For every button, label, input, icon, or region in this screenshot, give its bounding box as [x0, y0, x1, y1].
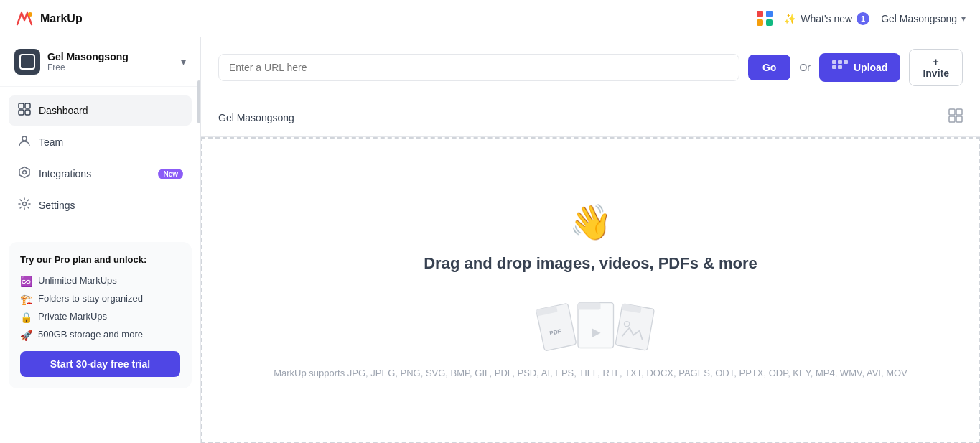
svg-rect-2 [19, 103, 24, 108]
dashboard-label: Dashboard [39, 105, 183, 116]
sidebar-item-settings[interactable]: Settings [9, 190, 192, 220]
folders-icon: 🏗️ [20, 294, 32, 305]
new-badge: New [158, 169, 183, 179]
settings-icon [17, 197, 32, 213]
drop-zone-user: Gel Masongsong [218, 112, 294, 123]
pro-feature-storage: 🚀 500GB storage and more [20, 329, 180, 341]
top-navigation: MarkUp ✨ What's new 1 Gel Masongsong ▾ [0, 0, 980, 37]
svg-rect-12 [832, 65, 836, 69]
workspace-info: Gel Masongsong Free [14, 49, 129, 75]
pro-feature-folders-text: Folders to stay organized [38, 293, 143, 304]
avatar-inner [19, 54, 35, 70]
svg-rect-15 [956, 109, 962, 115]
team-icon [17, 134, 32, 150]
upload-label: Upload [854, 62, 887, 73]
sidebar: Gel Masongsong Free ▾ [0, 37, 201, 443]
svg-point-1 [28, 12, 32, 17]
svg-point-7 [23, 171, 27, 174]
nav-menu: Dashboard Team [0, 87, 200, 230]
url-input[interactable] [218, 54, 739, 81]
view-grid-icon[interactable] [948, 108, 963, 126]
sidebar-scrollbar-thumb [197, 80, 200, 123]
or-divider: Or [799, 62, 811, 73]
drop-zone-title: Drag and drop images, videos, PDFs & mor… [424, 254, 757, 273]
integrations-label: Integrations [39, 168, 151, 179]
sidebar-item-team[interactable]: Team [9, 127, 192, 157]
storage-icon: 🚀 [20, 330, 32, 341]
app-name: MarkUp [40, 12, 83, 25]
drop-zone[interactable]: 👋 Drag and drop images, videos, PDFs & m… [201, 137, 980, 443]
whats-new-badge: 1 [857, 12, 869, 25]
sidebar-container: Gel Masongsong Free ▾ [0, 37, 201, 443]
svg-rect-16 [949, 116, 955, 122]
supported-formats: MarkUp supports JPG, JPEG, PNG, SVG, BMP… [245, 368, 936, 378]
workspace-name: Gel Masongsong [47, 51, 129, 62]
workspace-chevron-icon: ▾ [181, 56, 186, 67]
start-trial-button[interactable]: Start 30-day free trial [20, 351, 180, 377]
pro-plan-box: Try our Pro plan and unlock: ♾️ Unlimite… [9, 242, 192, 388]
team-label: Team [39, 136, 183, 148]
pro-feature-storage-text: 500GB storage and more [38, 329, 143, 340]
user-name: Gel Masongsong [881, 13, 957, 24]
pro-feature-unlimited: ♾️ Unlimited MarkUps [20, 275, 180, 287]
svg-rect-10 [838, 60, 842, 64]
sidebar-item-integrations[interactable]: Integrations New [9, 159, 192, 189]
pro-plan-title: Try our Pro plan and unlock: [20, 253, 180, 266]
svg-rect-3 [25, 103, 30, 108]
svg-rect-11 [844, 60, 848, 64]
whats-new-label: What's new [801, 13, 852, 24]
drop-zone-header: Gel Masongsong [201, 98, 980, 137]
workspace-plan: Free [47, 62, 129, 73]
upload-icon [832, 60, 848, 75]
svg-rect-17 [956, 116, 962, 122]
integrations-icon [17, 166, 32, 182]
svg-rect-22 [578, 302, 601, 309]
wave-emoji: 👋 [569, 202, 612, 243]
svg-rect-5 [25, 110, 30, 115]
pro-feature-private-text: Private MarkUps [38, 311, 107, 322]
pro-feature-unlimited-text: Unlimited MarkUps [38, 275, 117, 286]
workspace-details: Gel Masongsong Free [47, 51, 129, 73]
svg-rect-13 [838, 65, 842, 69]
invite-button[interactable]: + Invite [909, 49, 963, 86]
user-menu-button[interactable]: Gel Masongsong ▾ [881, 13, 966, 24]
settings-label: Settings [39, 200, 183, 211]
main-layout: Gel Masongsong Free ▾ [0, 37, 980, 443]
svg-rect-9 [832, 60, 836, 64]
go-button[interactable]: Go [748, 55, 790, 80]
dashboard-icon [17, 103, 32, 118]
apps-grid-icon[interactable] [757, 11, 773, 27]
unlimited-icon: ♾️ [20, 276, 32, 287]
top-nav-right: ✨ What's new 1 Gel Masongsong ▾ [757, 11, 966, 27]
url-bar: Go Or Upload + Invite [201, 37, 980, 98]
private-icon: 🔒 [20, 312, 32, 323]
logo-area: MarkUp [14, 9, 83, 29]
workspace-avatar [14, 49, 40, 75]
content-area: Go Or Upload + Invite Gel Ma [201, 37, 980, 443]
pro-feature-private: 🔒 Private MarkUps [20, 311, 180, 323]
file-icons-illustration: PDF [526, 296, 655, 368]
sidebar-item-dashboard[interactable]: Dashboard [9, 95, 192, 126]
svg-point-6 [22, 136, 27, 141]
whats-new-button[interactable]: ✨ What's new 1 [784, 12, 869, 25]
workspace-header[interactable]: Gel Masongsong Free ▾ [0, 37, 200, 87]
upload-button[interactable]: Upload [819, 53, 900, 82]
svg-rect-4 [19, 110, 24, 115]
sparkle-icon: ✨ [784, 13, 796, 24]
svg-rect-14 [949, 109, 955, 115]
pro-feature-folders: 🏗️ Folders to stay organized [20, 293, 180, 305]
markup-logo-icon [14, 9, 34, 29]
chevron-down-icon: ▾ [961, 14, 966, 24]
svg-point-8 [23, 202, 27, 206]
